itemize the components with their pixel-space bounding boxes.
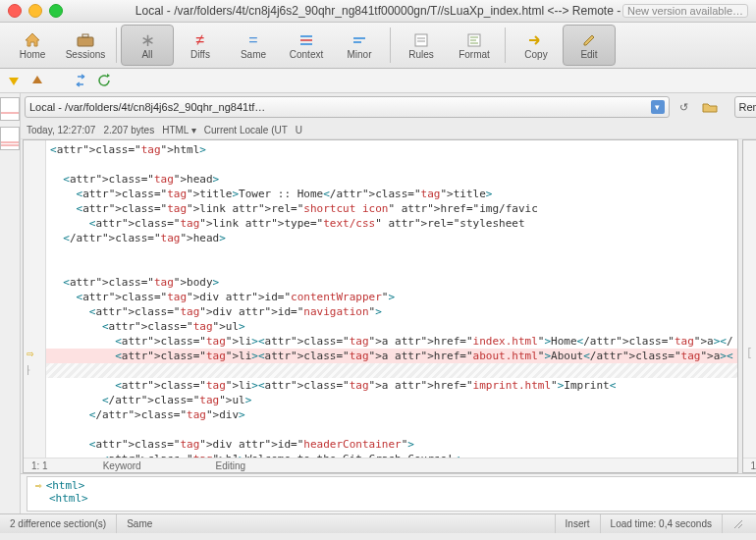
left-code[interactable]: <attr">class="tag">html> <attr">class="t… xyxy=(46,140,737,458)
not-equal-icon: ≠ xyxy=(190,31,210,49)
left-lineend[interactable]: U xyxy=(296,125,302,135)
left-history-icon[interactable]: ↺ xyxy=(674,96,695,118)
arrow-in-icon: ⇨ xyxy=(35,479,42,492)
left-path-input[interactable]: Local - /var/folders/4t/cn8j4j6s2_90qhr_… xyxy=(25,96,670,118)
cursor-pos: 1: 1 xyxy=(24,460,56,471)
meta-row: Today, 12:27:07 2.207 bytes HTML ▾ Curre… xyxy=(21,121,756,139)
same-label: Same xyxy=(241,49,266,60)
right-gutter: [ xyxy=(743,140,756,458)
left-open-icon[interactable] xyxy=(699,96,721,118)
swap-icon[interactable] xyxy=(73,73,88,88)
left-timestamp: Today, 12:27:07 xyxy=(27,125,95,135)
copy-right-icon xyxy=(526,31,546,49)
main-area: Local - /var/folders/4t/cn8j4j6s2_90qhr_… xyxy=(21,93,756,513)
reload-icon[interactable] xyxy=(96,73,112,88)
format-button[interactable]: Format xyxy=(448,25,501,66)
diff-panes: ⇨ ⸠ <attr">class="tag">html> <attr">clas… xyxy=(21,139,756,473)
edit-button[interactable]: Edit xyxy=(563,25,616,66)
update-badge[interactable]: New version available… xyxy=(622,4,748,18)
diffs-label: Diffs xyxy=(190,49,210,60)
sessions-label: Sessions xyxy=(66,49,106,60)
diff-marker-icon: [ xyxy=(746,347,753,361)
thumbnail-right[interactable] xyxy=(0,127,20,150)
copy-label: Copy xyxy=(524,49,547,60)
main-toolbar: Home Sessions ∗ All ≠ Diffs = Same Conte… xyxy=(0,23,756,69)
path-row: Local - /var/folders/4t/cn8j4j6s2_90qhr_… xyxy=(21,93,756,121)
svg-rect-7 xyxy=(415,34,427,46)
status-load: Load time: 0,4 seconds xyxy=(601,514,723,533)
prev-diff-up-icon[interactable] xyxy=(29,73,45,88)
home-button[interactable]: Home xyxy=(6,25,59,66)
right-path-input[interactable]: Remote - /Users/tobidobi/development/_gi… xyxy=(734,96,756,118)
edit-label: Edit xyxy=(580,49,597,60)
copy-button[interactable]: Copy xyxy=(510,25,563,66)
close-icon[interactable] xyxy=(8,4,22,18)
next-diff-down-icon[interactable] xyxy=(6,73,22,88)
left-pane: ⇨ ⸠ <attr">class="tag">html> <attr">clas… xyxy=(23,139,738,473)
left-gutter: ⇨ ⸠ xyxy=(24,140,46,458)
minimize-icon[interactable] xyxy=(28,4,42,18)
thumbnail-left[interactable] xyxy=(0,97,20,121)
all-button[interactable]: ∗ All xyxy=(121,25,174,66)
ruler-editing: Editing xyxy=(208,460,254,471)
status-same: Same xyxy=(117,514,555,533)
context-label: Context xyxy=(290,49,323,60)
left-path-text: Local - /var/folders/4t/cn8j4j6s2_90qhr_… xyxy=(29,101,265,113)
right-ruler: 1: 1 Keyword xyxy=(743,458,756,472)
current-diff-marker-icon: ⇨ xyxy=(27,347,33,361)
maximize-icon[interactable] xyxy=(49,4,63,18)
nav-bar xyxy=(0,69,756,93)
context-icon xyxy=(297,31,316,49)
minor-button[interactable]: Minor xyxy=(333,25,386,66)
ruler-keyword: Keyword xyxy=(95,460,149,471)
equal-icon: = xyxy=(243,31,263,49)
briefcase-icon xyxy=(76,31,95,49)
minor-icon xyxy=(350,31,369,49)
separator xyxy=(505,27,506,63)
titlebar: Local - /var/folders/4t/cn8j4j6s2_90qhr_… xyxy=(0,0,756,23)
home-icon xyxy=(23,31,42,49)
left-size: 2.207 bytes xyxy=(103,125,154,135)
diffs-button[interactable]: ≠ Diffs xyxy=(174,25,227,66)
svg-rect-4 xyxy=(300,43,312,45)
snippet-box[interactable]: ⇨<html> <html> xyxy=(27,476,756,512)
thumbnail-strip xyxy=(0,93,21,513)
home-label: Home xyxy=(20,49,46,60)
right-path-text: Remote - /Users/tobidobi/development/_gi… xyxy=(739,101,756,113)
svg-rect-6 xyxy=(353,41,361,43)
minor-label: Minor xyxy=(347,49,371,60)
all-label: All xyxy=(141,49,152,60)
content-area: Local - /var/folders/4t/cn8j4j6s2_90qhr_… xyxy=(0,93,756,513)
context-button[interactable]: Context xyxy=(280,25,333,66)
rules-label: Rules xyxy=(408,49,434,60)
status-diffs: 2 difference section(s) xyxy=(0,514,117,533)
sessions-button[interactable]: Sessions xyxy=(59,25,112,66)
left-encoding[interactable]: Current Locale (UT xyxy=(204,125,288,135)
cursor-pos: 1: 1 xyxy=(743,460,756,471)
status-mode: Insert xyxy=(556,514,601,533)
separator xyxy=(390,27,391,63)
svg-rect-0 xyxy=(78,37,93,46)
svg-rect-5 xyxy=(353,37,365,39)
pencil-icon xyxy=(579,31,599,49)
left-ruler: 1: 1 Keyword Editing xyxy=(24,458,737,472)
svg-rect-2 xyxy=(300,35,312,37)
left-lang[interactable]: HTML ▾ xyxy=(162,125,196,135)
insert-marker-icon: ⸠ xyxy=(27,362,30,377)
right-pane: [ <attr">class="tag">html> <attr">class=… xyxy=(742,139,756,473)
resize-grip-icon[interactable] xyxy=(723,514,756,533)
rules-icon xyxy=(411,31,431,49)
format-label: Format xyxy=(459,49,490,60)
svg-rect-3 xyxy=(300,39,312,41)
svg-rect-1 xyxy=(82,34,88,37)
separator xyxy=(116,27,117,63)
status-bar: 2 difference section(s) Same Insert Load… xyxy=(0,513,756,533)
rules-button[interactable]: Rules xyxy=(395,25,448,66)
format-icon xyxy=(464,31,484,49)
bottom-snippet: ⇨<html> <html> xyxy=(21,473,756,513)
same-button[interactable]: = Same xyxy=(227,25,280,66)
asterisk-icon: ∗ xyxy=(137,31,157,49)
chevron-down-icon[interactable]: ▾ xyxy=(651,100,665,114)
window-controls xyxy=(8,4,63,18)
